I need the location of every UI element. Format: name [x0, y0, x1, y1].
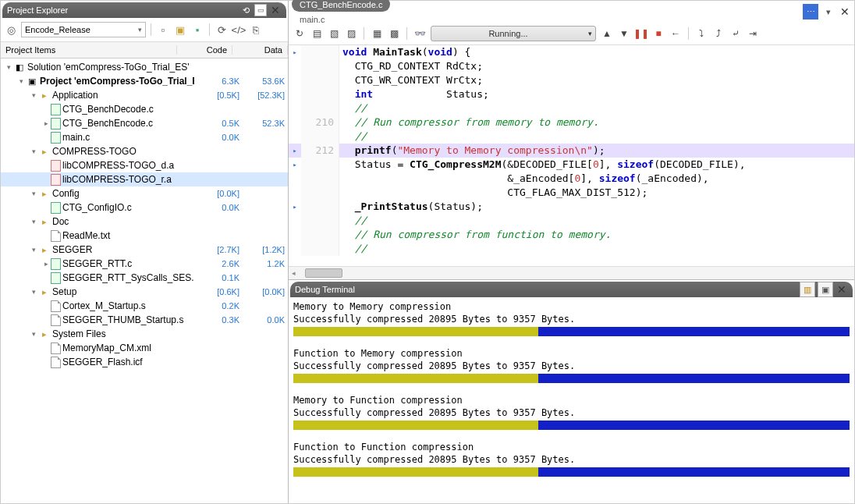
- step-down-icon[interactable]: ▼: [618, 27, 630, 40]
- project-tree[interactable]: ▾◧Solution 'emCompress-ToGo_Trial_ES'▾▣P…: [1, 59, 288, 503]
- chart1-icon[interactable]: ▧: [328, 27, 340, 40]
- pause-icon[interactable]: ❚❚: [635, 27, 647, 40]
- build-icon[interactable]: ▤: [310, 27, 323, 40]
- code-line[interactable]: //: [289, 242, 854, 256]
- chart2-icon[interactable]: ▨: [345, 27, 357, 40]
- tree-row[interactable]: SEGGER_Flash.icf: [1, 355, 288, 369]
- refresh-icon[interactable]: ⟳: [215, 23, 229, 37]
- link-icon[interactable]: ⋯: [803, 4, 818, 20]
- code-line[interactable]: //: [289, 101, 854, 115]
- breakpoint-gutter[interactable]: [289, 228, 301, 242]
- tree-row[interactable]: ▾▸SEGGER[2.7K][1.2K]: [1, 243, 288, 257]
- twisty-icon[interactable]: ▾: [29, 218, 38, 225]
- terminal-opt2-icon[interactable]: ▣: [818, 282, 833, 297]
- target-icon[interactable]: ◎: [4, 23, 18, 37]
- breakpoint-gutter[interactable]: [289, 242, 301, 256]
- twisty-icon[interactable]: ▾: [29, 190, 38, 197]
- debug-terminal-output[interactable]: Memory to Memory compressionSuccessfully…: [289, 297, 854, 503]
- tree-row[interactable]: libCOMPRESS-TOGO_r.a: [1, 172, 288, 186]
- tree-row[interactable]: ▾◧Solution 'emCompress-ToGo_Trial_ES': [1, 60, 288, 74]
- open-folder-icon[interactable]: ▣: [173, 23, 187, 37]
- stop-icon[interactable]: ■: [652, 27, 665, 40]
- step-out-icon[interactable]: ⤶: [729, 27, 742, 40]
- restart-icon[interactable]: ↻: [293, 27, 306, 40]
- breakpoint-gutter[interactable]: [289, 130, 301, 144]
- col-items[interactable]: Project Items: [1, 45, 177, 55]
- options-icon[interactable]: ⎘: [249, 23, 263, 37]
- tree-row[interactable]: MemoryMap_CM.xml: [1, 341, 288, 355]
- step-over-icon[interactable]: ⤴: [712, 27, 725, 40]
- col-code[interactable]: Code: [177, 45, 232, 55]
- breakpoint-gutter[interactable]: ▸: [289, 158, 301, 172]
- twisty-icon[interactable]: ▾: [29, 288, 38, 296]
- twisty-icon[interactable]: ▾: [16, 77, 26, 85]
- breakpoint-gutter[interactable]: [289, 186, 301, 200]
- tab-menu-icon[interactable]: ▾: [822, 5, 835, 18]
- tree-row[interactable]: libCOMPRESS-TOGO_d.a: [1, 158, 288, 172]
- tree-row[interactable]: main.c0.0K: [1, 130, 288, 144]
- code-line[interactable]: //: [289, 130, 854, 144]
- run-to-icon[interactable]: ⇥: [747, 27, 759, 40]
- tree-row[interactable]: CTG_ConfigIO.c0.0K: [1, 201, 288, 215]
- code-line[interactable]: // Run compressor from function to memor…: [289, 228, 854, 242]
- tree-row[interactable]: SEGGER_RTT_SysCalls_SES.c0.1K: [1, 271, 288, 285]
- twisty-icon[interactable]: ▾: [29, 330, 38, 338]
- twisty-icon[interactable]: ▾: [29, 246, 38, 254]
- breakpoint-gutter[interactable]: ▸: [289, 45, 301, 59]
- breakpoint-gutter[interactable]: [289, 172, 301, 186]
- window-icon[interactable]: ▭: [254, 4, 267, 16]
- run-status[interactable]: Running... ▾: [431, 26, 596, 41]
- tree-row[interactable]: ▾▸Config[0.0K]: [1, 186, 288, 201]
- tree-row[interactable]: SEGGER_THUMB_Startup.s0.3K0.0K: [1, 313, 288, 327]
- tree-row[interactable]: ▾▣Project 'emCompress-ToGo_Trial_ES'6.3K…: [1, 74, 288, 88]
- mem1-icon[interactable]: ▦: [371, 27, 383, 40]
- code-line[interactable]: int Status;: [289, 87, 854, 101]
- breakpoint-gutter[interactable]: ▸: [289, 200, 301, 214]
- twisty-icon[interactable]: ▸: [41, 260, 51, 268]
- breakpoint-gutter[interactable]: [289, 214, 301, 228]
- close-icon[interactable]: ✕: [269, 4, 282, 16]
- col-data[interactable]: Data: [232, 45, 288, 55]
- breakpoint-gutter[interactable]: [289, 87, 301, 101]
- code-line[interactable]: ▸ Status = CTG_CompressM2M(&DECODED_FILE…: [289, 158, 854, 172]
- code-line[interactable]: 210 // Run compressor from memory to mem…: [289, 115, 854, 130]
- tree-row[interactable]: Cortex_M_Startup.s0.2K: [1, 299, 288, 313]
- code-line[interactable]: CTG_WR_CONTEXT WrCtx;: [289, 73, 854, 87]
- tree-row[interactable]: CTG_BenchDecode.c: [1, 102, 288, 116]
- close-terminal-icon[interactable]: ✕: [835, 283, 848, 296]
- tree-row[interactable]: ▾▸Doc: [1, 215, 288, 229]
- twisty-icon[interactable]: ▾: [29, 147, 38, 155]
- scrollbar-thumb[interactable]: [305, 268, 342, 278]
- code-line[interactable]: ▸void MainTask(void) {: [289, 45, 854, 59]
- close-tab-icon[interactable]: ✕: [839, 5, 851, 18]
- tree-row[interactable]: ▾▸COMPRESS-TOGO: [1, 144, 288, 158]
- breakpoint-gutter[interactable]: [289, 101, 301, 115]
- sync-icon[interactable]: ⟲: [239, 4, 252, 16]
- tree-row[interactable]: ReadMe.txt: [1, 229, 288, 243]
- twisty-icon[interactable]: ▸: [41, 119, 51, 127]
- step-back-icon[interactable]: ←: [669, 27, 682, 40]
- breakpoint-gutter[interactable]: [289, 115, 301, 130]
- tree-row[interactable]: ▾▸System Files: [1, 327, 288, 341]
- tree-row[interactable]: ▸SEGGER_RTT.c2.6K1.2K: [1, 257, 288, 271]
- twisty-icon[interactable]: ▾: [4, 63, 13, 71]
- save-icon[interactable]: ▪: [190, 23, 204, 37]
- code-line[interactable]: CTG_FLAG_MAX_DIST_512);: [289, 186, 854, 200]
- step-up-icon[interactable]: ▲: [601, 27, 613, 40]
- code-icon[interactable]: </>: [232, 23, 246, 37]
- code-editor[interactable]: ▸void MainTask(void) { CTG_RD_CONTEXT Rd…: [289, 45, 854, 266]
- mem2-icon[interactable]: ▩: [388, 27, 400, 40]
- config-combo[interactable]: Encode_Release ▾: [21, 22, 146, 37]
- breakpoint-gutter[interactable]: [289, 73, 301, 87]
- glasses-icon[interactable]: 👓: [413, 27, 426, 40]
- tree-row[interactable]: ▾▸Application[0.5K][52.3K]: [1, 88, 288, 102]
- code-line[interactable]: ▸ _PrintStatus(Status);: [289, 200, 854, 214]
- code-line[interactable]: ▸212 printf("Memory to Memory compressio…: [289, 144, 854, 158]
- code-line[interactable]: &_aEncoded[0], sizeof(_aEncoded),: [289, 172, 854, 186]
- breakpoint-gutter[interactable]: [289, 59, 301, 73]
- code-line[interactable]: CTG_RD_CONTEXT RdCtx;: [289, 59, 854, 73]
- step-into-icon[interactable]: ⤵: [695, 27, 708, 40]
- new-file-icon[interactable]: ▫: [156, 23, 170, 37]
- tree-row[interactable]: ▾▸Setup[0.6K][0.0K]: [1, 285, 288, 299]
- twisty-icon[interactable]: ▾: [29, 91, 38, 99]
